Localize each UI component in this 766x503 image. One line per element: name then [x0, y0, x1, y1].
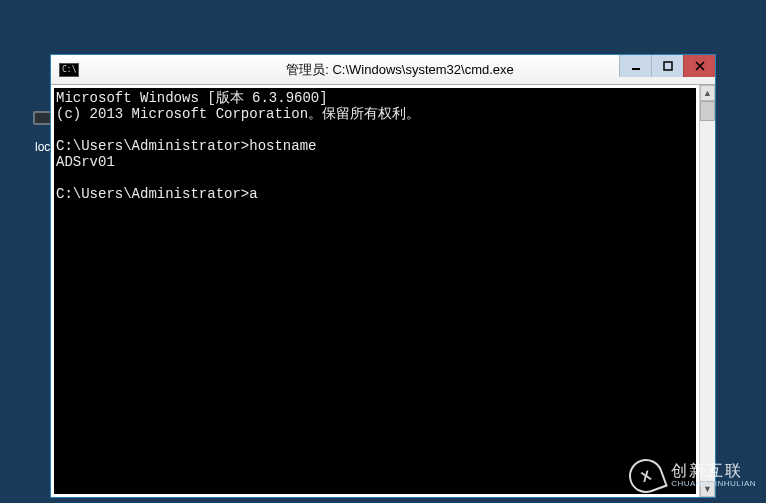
- minimize-button[interactable]: [619, 55, 651, 77]
- scroll-thumb[interactable]: [700, 101, 715, 121]
- svg-rect-2: [632, 68, 640, 70]
- console-line: Microsoft Windows [版本 6.3.9600]: [56, 90, 328, 106]
- console-line: (c) 2013 Microsoft Corporation。保留所有权利。: [56, 106, 420, 122]
- window-client-area: Microsoft Windows [版本 6.3.9600] (c) 2013…: [51, 85, 715, 497]
- console-line: C:\Users\Administrator>hostname: [56, 138, 316, 154]
- window-buttons: [619, 55, 715, 77]
- close-button[interactable]: [683, 55, 715, 77]
- console-line: ADSrv01: [56, 154, 115, 170]
- svg-rect-3: [664, 62, 672, 70]
- scroll-up-arrow[interactable]: ▲: [700, 85, 715, 101]
- vertical-scrollbar[interactable]: ▲ ▼: [699, 85, 715, 497]
- scroll-track[interactable]: [700, 121, 715, 481]
- watermark-brand-pinyin: CHUANGXINHULIAN: [671, 480, 756, 488]
- console-output[interactable]: Microsoft Windows [版本 6.3.9600] (c) 2013…: [54, 88, 696, 494]
- cmd-window: C:\ 管理员: C:\Windows\system32\cmd.exe Mic…: [51, 55, 715, 497]
- titlebar[interactable]: C:\ 管理员: C:\Windows\system32\cmd.exe: [51, 55, 715, 85]
- console-line: C:\Users\Administrator>a: [56, 186, 258, 202]
- watermark: X 创新互联 CHUANGXINHULIAN: [629, 459, 756, 493]
- cmd-app-icon: C:\: [59, 63, 79, 77]
- watermark-logo-icon: X: [624, 454, 668, 498]
- watermark-brand-zh: 创新互联: [671, 463, 756, 480]
- maximize-button[interactable]: [651, 55, 683, 77]
